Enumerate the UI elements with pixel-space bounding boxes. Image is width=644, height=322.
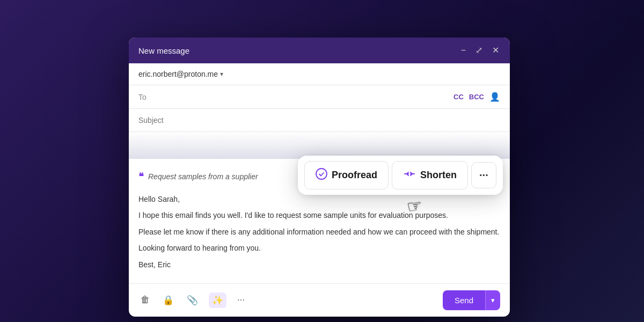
chevron-down-icon[interactable]: ▾ xyxy=(220,70,223,78)
minimize-button[interactable]: − xyxy=(460,45,467,56)
body-line1: I hope this email finds you well. I'd li… xyxy=(138,209,500,221)
lock-button[interactable]: 🔒 xyxy=(160,292,176,308)
proofread-icon xyxy=(316,168,327,182)
more-options-button[interactable]: ··· xyxy=(235,292,247,308)
footer-tools: 🗑 🔒 📎 ✨ ··· xyxy=(138,292,247,308)
compose-footer: 🗑 🔒 📎 ✨ ··· Send ▾ xyxy=(129,283,510,317)
add-contact-icon[interactable]: 👤 xyxy=(489,92,500,102)
bcc-button[interactable]: BCC xyxy=(469,93,484,101)
compose-title: New message xyxy=(138,46,189,55)
signature: Best, Eric xyxy=(138,259,500,270)
svg-point-0 xyxy=(316,169,327,179)
ai-toolbar: Proofread Shorten ··· xyxy=(298,156,503,195)
to-input[interactable] xyxy=(155,93,453,101)
close-button[interactable]: ✕ xyxy=(491,45,500,56)
body-line2: Please let me know if there is any addit… xyxy=(138,226,500,238)
to-actions: CC BCC 👤 xyxy=(453,92,500,102)
quote-icon: ❝ xyxy=(138,171,144,182)
shorten-button[interactable]: Shorten xyxy=(392,161,468,189)
cc-button[interactable]: CC xyxy=(453,93,464,101)
proofread-label: Proofread xyxy=(332,170,377,181)
blur-overlay xyxy=(129,132,510,159)
send-button[interactable]: Send xyxy=(443,290,485,310)
to-field: To CC BCC 👤 xyxy=(129,85,510,109)
compose-header: New message − ⤢ ✕ xyxy=(129,38,510,63)
shorten-icon xyxy=(403,168,416,182)
expand-button[interactable]: ⤢ xyxy=(474,45,484,56)
subject-field xyxy=(129,109,510,132)
ai-assist-button[interactable]: ✨ xyxy=(209,292,226,308)
proofread-button[interactable]: Proofread xyxy=(304,161,389,189)
suggested-label: Request samples from a supplier xyxy=(148,172,258,181)
header-actions: − ⤢ ✕ xyxy=(460,45,500,56)
greeting: Hello Sarah, xyxy=(138,193,500,205)
shorten-label: Shorten xyxy=(420,170,457,181)
delete-button[interactable]: 🗑 xyxy=(138,292,152,308)
ai-more-button[interactable]: ··· xyxy=(471,162,496,188)
from-email: eric.norbert@proton.me xyxy=(138,70,218,78)
closing: Looking forward to hearing from you. xyxy=(138,242,500,254)
send-chevron-button[interactable]: ▾ xyxy=(485,290,500,310)
to-label: To xyxy=(138,93,155,101)
email-body: Hello Sarah, I hope this email finds you… xyxy=(138,193,500,270)
send-button-group: Send ▾ xyxy=(443,290,500,310)
subject-input[interactable] xyxy=(138,116,500,125)
from-field: eric.norbert@proton.me ▾ xyxy=(129,63,510,85)
attachment-button[interactable]: 📎 xyxy=(185,292,200,308)
